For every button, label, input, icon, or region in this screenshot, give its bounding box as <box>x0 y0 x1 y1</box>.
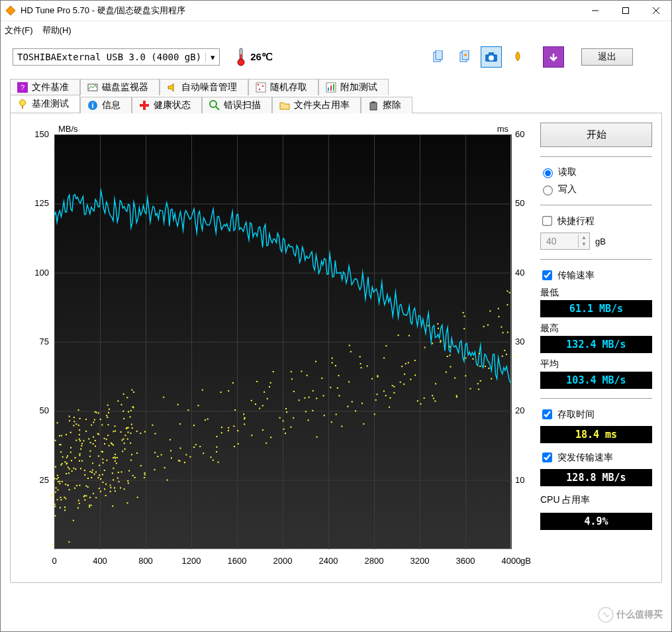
short-stroke-spinner[interactable]: 40 ▲▼ <box>540 233 590 250</box>
random-access-icon <box>256 82 266 93</box>
svg-rect-33 <box>140 104 149 107</box>
screenshot-button[interactable] <box>481 46 502 68</box>
tab-extra-tests[interactable]: 附加测试 <box>318 79 389 95</box>
benchmark-chart <box>20 121 534 572</box>
svg-line-35 <box>216 107 219 110</box>
tab-file-benchmark[interactable]: ?文件基准 <box>10 79 80 95</box>
menubar: 文件(F) 帮助(H) <box>1 21 671 40</box>
tab-aam[interactable]: 自动噪音管理 <box>160 79 248 95</box>
copy-info-button[interactable] <box>428 46 449 68</box>
svg-point-12 <box>464 54 467 56</box>
access-time-checkbox[interactable]: 存取时间 <box>540 408 652 421</box>
speaker-icon <box>167 82 177 93</box>
folder-icon <box>279 100 290 111</box>
tab-health[interactable]: 健康状态 <box>132 97 202 113</box>
extra-tests-icon <box>326 82 336 93</box>
tab-container: ?文件基准 磁盘监视器 自动噪音管理 随机存取 附加测试 基准测试 i信息 健康… <box>10 78 662 583</box>
svg-point-7 <box>238 59 244 66</box>
start-button[interactable]: 开始 <box>540 123 652 147</box>
maximize-button[interactable] <box>610 1 641 21</box>
minimize-button[interactable] <box>580 1 610 21</box>
spinner-down-icon[interactable]: ▼ <box>579 241 589 248</box>
spinner-up-icon[interactable]: ▲ <box>579 235 589 241</box>
max-value: 132.4 MB/s <box>540 336 652 353</box>
svg-rect-27 <box>333 84 334 91</box>
temperature-value: 26℃ <box>250 51 273 63</box>
exit-button[interactable]: 退出 <box>581 48 633 66</box>
svg-point-34 <box>210 101 216 107</box>
menu-help[interactable]: 帮助(H) <box>42 25 72 36</box>
cpu-value: 4.9% <box>540 513 652 530</box>
tab-info[interactable]: i信息 <box>80 97 132 113</box>
svg-marker-0 <box>6 6 15 15</box>
drive-select[interactable]: TOSHIBAExternal USB 3.0 (4000 gB) ▾ <box>13 48 220 66</box>
svg-point-23 <box>259 89 260 90</box>
error-scan-icon <box>209 100 220 111</box>
svg-text:i: i <box>91 101 93 109</box>
window-title: HD Tune Pro 5.70 - 硬盘/固态硬盘实用程序 <box>21 5 580 17</box>
toolbar: TOSHIBAExternal USB 3.0 (4000 gB) ▾ 26℃ … <box>1 40 671 72</box>
svg-rect-26 <box>330 85 332 91</box>
short-stroke-checkbox[interactable]: 快捷行程 <box>540 215 652 227</box>
svg-point-28 <box>20 100 26 106</box>
svg-point-21 <box>258 84 259 85</box>
tab-random-access[interactable]: 随机存取 <box>248 79 318 95</box>
watermark: 什么值得买 <box>598 607 663 623</box>
tab-benchmark[interactable]: 基准测试 <box>10 95 80 113</box>
tab-error-scan[interactable]: 错误扫描 <box>202 97 272 113</box>
copy-screenshot-button[interactable] <box>454 46 475 68</box>
close-button[interactable] <box>641 1 671 21</box>
svg-rect-9 <box>436 50 442 60</box>
app-window: HD Tune Pro 5.70 - 硬盘/固态硬盘实用程序 文件(F) 帮助(… <box>0 0 672 632</box>
min-value: 61.1 MB/s <box>540 300 652 317</box>
avg-label: 平均 <box>540 358 652 370</box>
cpu-label: CPU 占用率 <box>540 494 652 506</box>
chevron-down-icon: ▾ <box>205 52 219 62</box>
save-button[interactable] <box>507 46 528 68</box>
access-time-value: 18.4 ms <box>540 426 652 443</box>
window-controls <box>580 1 671 21</box>
short-stroke-unit: gB <box>595 237 606 246</box>
file-benchmark-icon: ? <box>17 82 28 93</box>
benchmark-icon <box>17 99 28 109</box>
min-label: 最低 <box>540 287 652 299</box>
tab-disk-monitor[interactable]: 磁盘监视器 <box>80 79 160 95</box>
menu-file[interactable]: 文件(F) <box>5 25 33 36</box>
disk-monitor-icon <box>87 82 98 93</box>
svg-rect-37 <box>371 101 375 103</box>
svg-point-22 <box>262 85 264 87</box>
health-icon <box>139 100 150 111</box>
write-radio[interactable]: 写入 <box>540 184 652 195</box>
svg-rect-25 <box>328 87 329 91</box>
svg-rect-2 <box>623 8 629 14</box>
svg-rect-14 <box>489 52 494 55</box>
svg-rect-18 <box>88 84 97 91</box>
burst-rate-value: 128.8 MB/s <box>540 469 652 486</box>
transfer-rate-checkbox[interactable]: 传输速率 <box>540 269 652 282</box>
burst-rate-checkbox[interactable]: 突发传输速率 <box>540 451 652 464</box>
svg-rect-36 <box>370 103 377 110</box>
benchmark-side-panel: 开始 读取 写入 快捷行程 40 ▲▼ gB 传输速率 最低 61.1 MB <box>540 121 652 572</box>
svg-point-15 <box>489 56 494 61</box>
options-button[interactable] <box>543 46 564 68</box>
svg-marker-19 <box>168 83 173 91</box>
svg-rect-29 <box>22 105 23 109</box>
svg-rect-20 <box>256 83 265 92</box>
erase-icon <box>368 100 379 111</box>
titlebar: HD Tune Pro 5.70 - 硬盘/固态硬盘实用程序 <box>1 1 671 21</box>
max-label: 最高 <box>540 323 652 335</box>
read-radio[interactable]: 读取 <box>540 166 652 178</box>
avg-value: 103.4 MB/s <box>540 372 652 389</box>
tab-content-benchmark: 开始 读取 写入 快捷行程 40 ▲▼ gB 传输速率 最低 61.1 MB <box>10 113 662 583</box>
app-icon <box>5 5 16 16</box>
drive-select-value: TOSHIBAExternal USB 3.0 (4000 gB) <box>13 52 205 62</box>
thermometer-icon <box>236 48 246 66</box>
tab-folder-usage[interactable]: 文件夹占用率 <box>272 97 361 113</box>
svg-text:?: ? <box>21 83 24 91</box>
temperature-display: 26℃ <box>236 48 273 66</box>
tab-erase[interactable]: 擦除 <box>361 97 412 113</box>
info-icon: i <box>87 100 98 111</box>
